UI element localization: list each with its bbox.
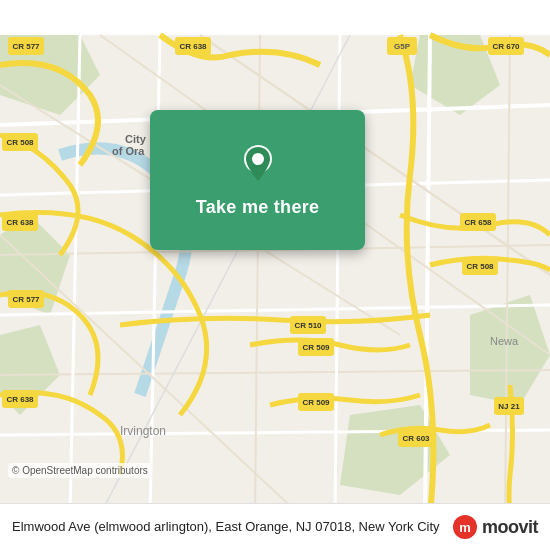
bottom-bar-left: Elmwood Ave (elmwood arlington), East Or… bbox=[12, 517, 452, 536]
svg-text:CR 509: CR 509 bbox=[302, 398, 330, 407]
svg-text:City: City bbox=[125, 133, 147, 145]
moovit-brand-name: moovit bbox=[482, 517, 538, 538]
svg-text:CR 577: CR 577 bbox=[12, 42, 40, 51]
svg-text:NJ 21: NJ 21 bbox=[498, 402, 520, 411]
svg-text:Irvington: Irvington bbox=[120, 424, 166, 438]
svg-text:CR 658: CR 658 bbox=[464, 218, 492, 227]
svg-text:CR 638: CR 638 bbox=[6, 218, 34, 227]
bottom-bar: Elmwood Ave (elmwood arlington), East Or… bbox=[0, 503, 550, 550]
svg-text:CR 508: CR 508 bbox=[466, 262, 494, 271]
map-container: CR 577 CR 577 CR 508 CR 638 CR 638 CR 63… bbox=[0, 0, 550, 550]
svg-text:CR 638: CR 638 bbox=[6, 395, 34, 404]
map-attribution: © OpenStreetMap contributors bbox=[8, 463, 152, 478]
moovit-logo[interactable]: m moovit bbox=[452, 514, 538, 540]
svg-text:m: m bbox=[459, 520, 471, 535]
pin-icon-wrapper bbox=[240, 143, 276, 189]
address-text: Elmwood Ave (elmwood arlington), East Or… bbox=[12, 519, 440, 534]
svg-text:CR 670: CR 670 bbox=[492, 42, 520, 51]
moovit-brand-icon: m bbox=[452, 514, 478, 540]
svg-text:CR 510: CR 510 bbox=[294, 321, 322, 330]
svg-text:CR 509: CR 509 bbox=[302, 343, 330, 352]
take-me-label: Take me there bbox=[196, 197, 320, 218]
svg-point-59 bbox=[252, 153, 264, 165]
svg-text:Newa: Newa bbox=[490, 335, 519, 347]
take-me-card[interactable]: Take me there bbox=[150, 110, 365, 250]
svg-text:CR 508: CR 508 bbox=[6, 138, 34, 147]
svg-text:CR 577: CR 577 bbox=[12, 295, 40, 304]
svg-text:CR 638: CR 638 bbox=[179, 42, 207, 51]
svg-text:CR 603: CR 603 bbox=[402, 434, 430, 443]
svg-text:G5P: G5P bbox=[394, 42, 411, 51]
location-pin-icon bbox=[240, 143, 276, 185]
svg-text:of Ora: of Ora bbox=[112, 145, 145, 157]
